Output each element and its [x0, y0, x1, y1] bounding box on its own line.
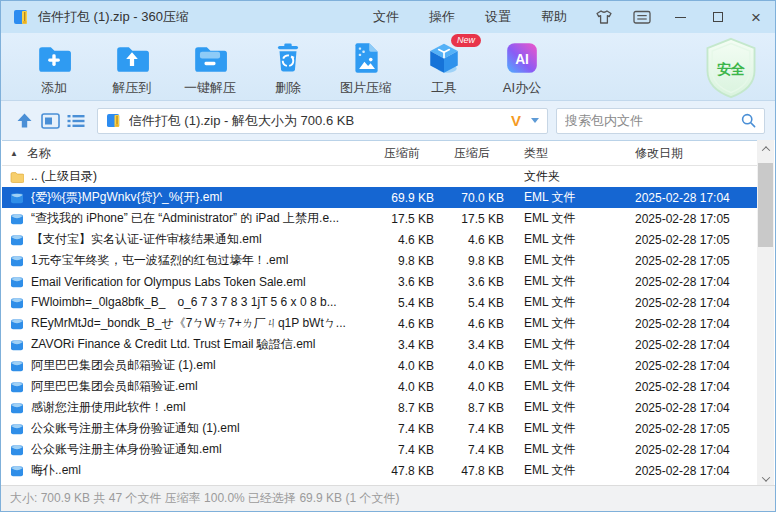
toolbar-button-tools[interactable]: New 工具 — [405, 38, 483, 97]
size-before: 9.8 KB — [380, 254, 442, 268]
toolbar-button-oneclick-extract[interactable]: 一键解压 — [171, 38, 249, 97]
sort-ascending-icon: ▲ — [10, 149, 18, 158]
maximize-icon — [713, 12, 723, 22]
header-name[interactable]: ▲ 名称 — [2, 145, 380, 162]
menu-settings[interactable]: 设置 — [485, 8, 511, 26]
table-row[interactable]: REyMrMtJd=_bondk_B_せ《7ㄅWㄘ7+ㄌ厂ㄐq1P bWtㄅ..… — [2, 313, 757, 334]
scroll-up-button[interactable] — [757, 140, 774, 157]
table-row[interactable]: 公众账号注册主体身份验证通知 (1).eml 7.4 KB 7.4 KB EML… — [2, 418, 757, 439]
size-before: 4.0 KB — [380, 380, 442, 394]
folder-icon — [10, 171, 24, 183]
table-row[interactable]: 阿里巴巴集团会员邮箱验证 (1).eml 4.0 KB 4.0 KB EML 文… — [2, 355, 757, 376]
menubar: 文件 操作 设置 帮助 — [373, 8, 567, 26]
skin-button[interactable] — [593, 6, 615, 28]
toolbar-button-ai-office[interactable]: AI AI办公 — [483, 38, 561, 97]
eml-file-icon — [10, 339, 24, 351]
header-type[interactable]: 类型 — [512, 145, 629, 162]
eml-file-icon — [10, 192, 24, 204]
file-name: REyMrMtJd=_bondk_B_せ《7ㄅWㄘ7+ㄌ厂ㄐq1P bWtㄅ..… — [31, 315, 346, 332]
list-view-icon — [67, 114, 85, 128]
minimize-icon — [675, 17, 686, 18]
size-after: 4.0 KB — [442, 380, 512, 394]
file-name: 阿里巴巴集团会员邮箱验证.eml — [31, 378, 198, 395]
table-row[interactable]: 晦仆..eml 47.8 KB 47.8 KB EML 文件 2025-02-2… — [2, 460, 757, 481]
toolbar: 添加 解压到 一键解压 删除 — [1, 33, 775, 101]
search-box[interactable] — [556, 108, 765, 134]
file-date: 2025-02-28 17:04 — [629, 296, 757, 310]
size-before: 69.9 KB — [380, 191, 442, 205]
header-size-before[interactable]: 压缩前 — [380, 145, 442, 162]
security-shield-label: 安全 — [717, 61, 745, 77]
table-row[interactable]: 阿里巴巴集团会员邮箱验证.eml 4.0 KB 4.0 KB EML 文件 20… — [2, 376, 757, 397]
eml-file-icon — [10, 255, 24, 267]
archive-path-box[interactable]: 信件打包 (1).zip - 解包大小为 700.6 KB V — [97, 108, 548, 134]
vertical-scrollbar[interactable] — [757, 140, 774, 487]
close-button[interactable]: × — [745, 6, 767, 28]
table-row[interactable]: Email Verification for Olympus Labs Toke… — [2, 271, 757, 292]
list-view-button[interactable] — [65, 110, 88, 132]
file-type: EML 文件 — [512, 399, 629, 416]
table-row[interactable]: “查找我的 iPhone” 已在 “Administrator” 的 iPad … — [2, 208, 757, 229]
ai-office-icon: AI — [504, 40, 540, 76]
size-after: 17.5 KB — [442, 212, 512, 226]
size-after: 5.4 KB — [442, 296, 512, 310]
eml-file-icon — [10, 423, 24, 435]
file-list: .. (上级目录) 文件夹 {爱}%{票}MPgWnkv{贷}^_%{开}.em… — [2, 166, 757, 481]
eml-file-icon — [10, 402, 24, 414]
table-row[interactable]: 1元夺宝年终奖，屯一波猛烈的红包过壕年！.eml 9.8 KB 9.8 KB E… — [2, 250, 757, 271]
file-date: 2025-02-28 17:05 — [629, 212, 757, 226]
file-type: EML 文件 — [512, 210, 629, 227]
size-before: 47.8 KB — [380, 464, 442, 478]
toolbar-button-add[interactable]: 添加 — [15, 38, 93, 97]
file-type: 文件夹 — [512, 168, 629, 185]
svg-text:AI: AI — [515, 52, 529, 67]
size-before: 4.0 KB — [380, 359, 442, 373]
table-row[interactable]: {爱}%{票}MPgWnkv{贷}^_%{开}.eml 69.9 KB 70.0… — [2, 187, 757, 208]
menu-file[interactable]: 文件 — [373, 8, 399, 26]
scrollbar-thumb[interactable] — [758, 163, 773, 247]
addressbar: 信件打包 (1).zip - 解包大小为 700.6 KB V — [1, 101, 775, 140]
eml-file-icon — [10, 381, 24, 393]
chevron-up-icon — [761, 146, 769, 154]
file-date: 2025-02-28 17:04 — [629, 464, 757, 478]
titlebar: 信件打包 (1).zip - 360压缩 文件 操作 设置 帮助 × — [1, 1, 775, 33]
table-row[interactable]: 感谢您注册使用此软件！.eml 8.7 KB 8.7 KB EML 文件 202… — [2, 397, 757, 418]
size-after: 3.4 KB — [442, 338, 512, 352]
table-row[interactable]: 【支付宝】实名认证-证件审核结果通知.eml 4.6 KB 4.6 KB EML… — [2, 229, 757, 250]
table-row[interactable]: FWloimbh=_0lga8bfk_B_ o_6 7 3 7 8 3 1jT … — [2, 292, 757, 313]
size-before: 17.5 KB — [380, 212, 442, 226]
toolbar-label-image-compress: 图片压缩 — [340, 79, 392, 97]
eml-file-icon — [10, 276, 24, 288]
toolbar-label-oneclick-extract: 一键解压 — [184, 79, 236, 97]
minimize-button[interactable] — [669, 6, 691, 28]
table-row[interactable]: 公众账号注册主体身份验证通知.eml 7.4 KB 7.4 KB EML 文件 … — [2, 439, 757, 460]
table-row[interactable]: .. (上级目录) 文件夹 — [2, 166, 757, 187]
file-name: 公众账号注册主体身份验证通知.eml — [31, 441, 222, 458]
size-after: 7.4 KB — [442, 443, 512, 457]
new-badge: New — [451, 34, 481, 47]
toolbar-label-ai-office: AI办公 — [503, 79, 541, 97]
feedback-button[interactable] — [631, 6, 653, 28]
search-icon[interactable] — [741, 113, 756, 128]
toolbar-button-extract-to[interactable]: 解压到 — [93, 38, 171, 97]
up-level-button[interactable] — [13, 110, 36, 132]
statusbar: 大小: 700.9 KB 共 47 个文件 压缩率 100.0% 已经选择 69… — [1, 485, 775, 511]
file-date: 2025-02-28 17:04 — [629, 380, 757, 394]
security-shield-badge[interactable]: 安全 — [699, 36, 763, 100]
search-input[interactable] — [565, 113, 741, 128]
menu-action[interactable]: 操作 — [429, 8, 455, 26]
header-size-after[interactable]: 压缩后 — [442, 145, 512, 162]
toolbar-button-image-compress[interactable]: 图片压缩 — [327, 38, 405, 97]
menu-help[interactable]: 帮助 — [541, 8, 567, 26]
preview-pane-button[interactable] — [39, 110, 62, 132]
header-date[interactable]: 修改日期 — [629, 145, 757, 162]
toolbar-label-delete: 删除 — [275, 79, 301, 97]
table-row[interactable]: ZAVORi Finance & Credit Ltd. Trust Email… — [2, 334, 757, 355]
path-dropdown-icon[interactable] — [531, 118, 539, 123]
file-type: EML 文件 — [512, 378, 629, 395]
file-name: {爱}%{票}MPgWnkv{贷}^_%{开}.eml — [31, 189, 222, 206]
toolbar-button-delete[interactable]: 删除 — [249, 38, 327, 97]
maximize-button[interactable] — [707, 6, 729, 28]
file-type: EML 文件 — [512, 441, 629, 458]
status-text: 大小: 700.9 KB 共 47 个文件 压缩率 100.0% 已经选择 69… — [10, 490, 399, 507]
